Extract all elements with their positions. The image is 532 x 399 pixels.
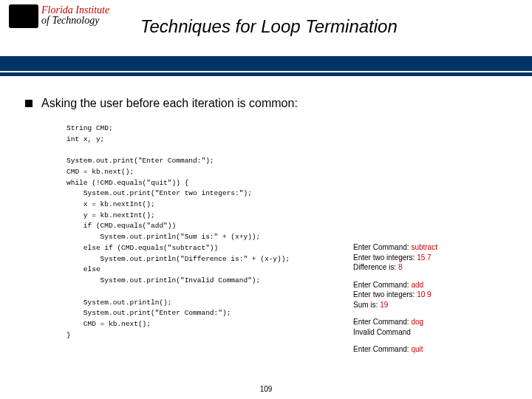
output-block-2: Enter Command: add Enter two integers: 1…: [353, 280, 437, 310]
output-block-1: Enter Command: subtract Enter two intege…: [353, 242, 437, 273]
logo-line2: of Technology: [41, 16, 109, 27]
bullet-item: Asking the user before each iteration is…: [25, 97, 510, 110]
square-bullet-icon: [25, 100, 33, 107]
code-block: String CMD; int x, y; System.out.print("…: [66, 123, 510, 341]
header: Florida Institute of Technology Techniqu…: [0, 0, 532, 56]
sample-output: Enter Command: subtract Enter two intege…: [353, 242, 437, 362]
page-number: 109: [260, 385, 273, 393]
output-block-4: Enter Command: quit: [353, 344, 437, 355]
bullet-text: Asking the user before each iteration is…: [41, 97, 298, 110]
logo: Florida Institute of Technology: [9, 4, 109, 28]
page-title: Techniques for Loop Termination: [140, 16, 398, 37]
panther-icon: [9, 4, 38, 28]
content: Asking the user before each iteration is…: [0, 76, 532, 341]
logo-text: Florida Institute of Technology: [41, 5, 109, 27]
header-bar-thick: [0, 56, 532, 71]
output-block-3: Enter Command: dog Invalid Command: [353, 317, 437, 337]
